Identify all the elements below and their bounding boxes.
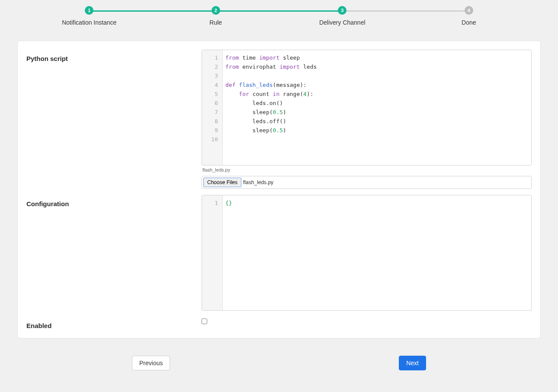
step-label: Delivery Channel (319, 19, 366, 26)
step-4[interactable]: 4Done (406, 6, 532, 26)
form-card: Python script 12345678910 from time impo… (17, 41, 541, 338)
configuration-editor[interactable]: 1 {} (202, 195, 532, 311)
wizard-stepper: 1Notification Instance2Rule3Delivery Cha… (0, 0, 558, 32)
step-connector (89, 10, 216, 12)
enabled-label: Enabled (26, 317, 202, 329)
file-input[interactable]: Choose Files flash_leds.py (202, 176, 532, 189)
step-connector (216, 10, 343, 12)
step-circle: 3 (338, 6, 346, 15)
config-code-area[interactable]: {} (223, 195, 531, 310)
step-connector (342, 10, 469, 12)
enabled-row: Enabled (18, 317, 540, 329)
script-filename-label: flash_leds.py (202, 166, 532, 176)
step-circle: 1 (85, 6, 93, 15)
step-3[interactable]: 3Delivery Channel (279, 6, 406, 26)
configuration-label: Configuration (26, 195, 202, 207)
python-script-editor[interactable]: 12345678910 from time import sleepfrom e… (202, 50, 532, 166)
wizard-footer: Previous Next (132, 347, 426, 379)
step-label: Notification Instance (62, 19, 116, 26)
script-code-area[interactable]: from time import sleepfrom envirophat im… (223, 50, 531, 165)
previous-button[interactable]: Previous (132, 356, 170, 370)
step-circle: 4 (465, 6, 473, 15)
step-label: Done (462, 19, 476, 26)
config-gutter: 1 (202, 195, 223, 310)
step-1[interactable]: 1Notification Instance (26, 6, 153, 26)
python-script-label: Python script (26, 50, 202, 62)
choose-files-button[interactable]: Choose Files (203, 178, 241, 187)
step-circle: 2 (212, 6, 220, 15)
configuration-row: Configuration 1 {} (18, 195, 540, 311)
python-script-row: Python script 12345678910 from time impo… (18, 50, 540, 189)
script-gutter: 12345678910 (202, 50, 223, 165)
selected-file-name: flash_leds.py (243, 179, 273, 185)
enabled-checkbox[interactable] (202, 319, 207, 324)
step-2[interactable]: 2Rule (153, 6, 279, 26)
step-label: Rule (209, 19, 222, 26)
next-button[interactable]: Next (399, 356, 426, 370)
